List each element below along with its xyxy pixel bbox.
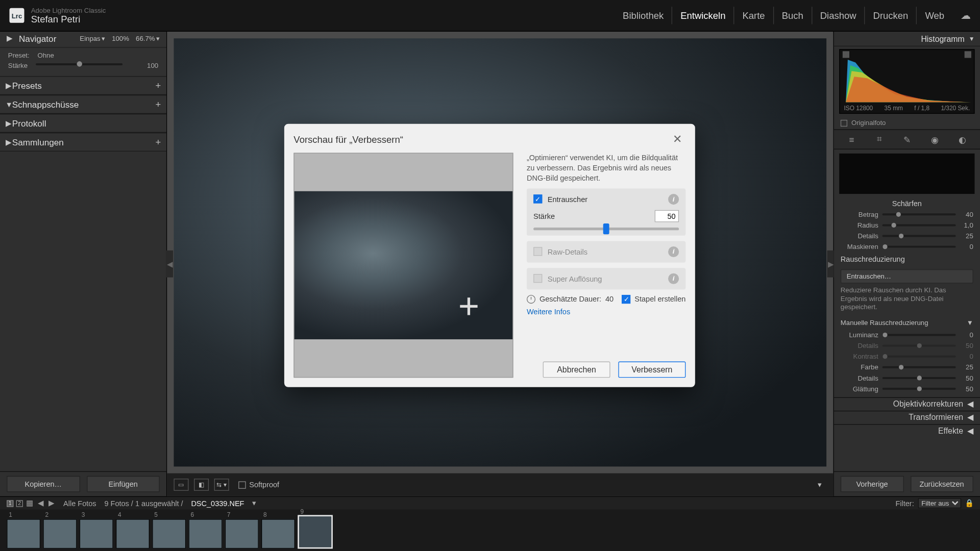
previous-button[interactable]: Vorherige xyxy=(841,476,903,492)
strength-label: Stärke xyxy=(533,212,560,220)
denoise-desc: Reduziere Rauschen durch KI. Das Ergebni… xyxy=(834,286,980,315)
heal-icon[interactable]: ✎ xyxy=(900,133,914,146)
param-value: 50 xyxy=(960,342,973,349)
screen-2-icon[interactable]: 2 xyxy=(16,500,23,507)
zoom-100[interactable]: 100% xyxy=(112,35,129,43)
param-slider[interactable] xyxy=(883,356,956,358)
filmstrip-thumb[interactable]: 9 xyxy=(298,515,333,548)
filmstrip-thumb[interactable]: 5 xyxy=(152,519,186,548)
enhance-button[interactable]: Verbessern xyxy=(618,362,685,378)
preset-value[interactable]: Ohne xyxy=(37,52,54,60)
param-slider[interactable] xyxy=(883,366,956,368)
strength-input[interactable] xyxy=(655,210,679,222)
chevron-down-icon[interactable]: ▼ xyxy=(967,319,973,327)
title-bar: Lrc Adobe Lightroom Classic Stefan Petri… xyxy=(0,0,980,32)
filmstrip-thumb[interactable]: 3 xyxy=(80,519,113,548)
copy-button[interactable]: Kopieren… xyxy=(7,476,80,492)
scope-label[interactable]: Alle Fotos xyxy=(63,499,96,507)
close-icon[interactable]: ✕ xyxy=(670,131,686,147)
panel-effects[interactable]: Effekte◀ xyxy=(834,424,980,437)
original-checkbox[interactable] xyxy=(841,119,847,126)
filmstrip-thumb[interactable]: 1 xyxy=(7,519,40,548)
param-slider[interactable] xyxy=(883,377,956,379)
info-icon[interactable]: i xyxy=(668,246,679,257)
before-after-lr-icon[interactable]: ◧ xyxy=(194,479,209,491)
filter-lock-icon[interactable]: 🔒 xyxy=(965,499,973,507)
info-icon[interactable]: i xyxy=(668,193,679,204)
panel-presets[interactable]: ▶Presets+ xyxy=(0,76,166,95)
zoom-66[interactable]: 66.7% ▾ xyxy=(136,35,160,43)
app-badge: Lrc xyxy=(9,8,24,23)
super-res-checkbox[interactable] xyxy=(533,274,542,283)
screen-1-icon[interactable]: 1 xyxy=(7,500,13,507)
chevron-down-icon[interactable]: ▼ xyxy=(969,35,975,42)
dialog-desc: „Optimieren“ verwendet KI, um die Bildqu… xyxy=(527,153,685,183)
param-slider[interactable] xyxy=(883,213,956,215)
enhance-preview[interactable] xyxy=(293,153,513,378)
reset-button[interactable]: Zurücksetzen xyxy=(910,476,973,492)
stack-checkbox[interactable]: ✓ xyxy=(622,294,630,303)
mask-icon[interactable]: ◐ xyxy=(955,133,969,146)
param-slider[interactable] xyxy=(883,235,956,237)
filmstrip-thumb[interactable]: 7 xyxy=(225,519,259,548)
filmstrip-thumb[interactable]: 4 xyxy=(116,519,150,548)
loupe-view-icon[interactable]: ▭ xyxy=(174,479,188,491)
crop-icon[interactable]: ⌗ xyxy=(873,133,886,146)
nav-fwd-icon[interactable]: ▶ xyxy=(47,499,55,507)
nav-back-icon[interactable]: ◀ xyxy=(36,499,44,507)
panel-snapshots[interactable]: ▼Schnappschüsse+ xyxy=(0,95,166,114)
preset-amount-label: Stärke xyxy=(8,62,28,69)
redeye-icon[interactable]: ◉ xyxy=(928,133,941,146)
before-after-swap-icon[interactable]: ⇆ ▾ xyxy=(214,479,229,491)
cloud-icon[interactable]: ☁ xyxy=(961,9,971,21)
denoise-button[interactable]: Entrauschen… xyxy=(841,269,973,284)
more-info-link[interactable]: Weitere Infos xyxy=(527,307,685,315)
nav-map[interactable]: Karte xyxy=(734,7,774,24)
collapse-left-icon[interactable]: ◀ xyxy=(166,251,173,278)
nav-library[interactable]: Bibliothek xyxy=(615,7,672,24)
chevron-right-icon[interactable]: ▶ xyxy=(7,34,12,43)
raw-details-checkbox xyxy=(533,247,542,256)
current-file: DSC_0339.NEF xyxy=(191,499,244,507)
panel-history[interactable]: ▶Protokoll xyxy=(0,114,166,133)
denoise-checkbox[interactable]: ✓ xyxy=(533,194,542,203)
paste-button[interactable]: Einfügen xyxy=(87,476,160,492)
detail-preview[interactable] xyxy=(839,154,974,194)
filmstrip-thumb[interactable]: 8 xyxy=(261,519,295,548)
clock-icon xyxy=(527,294,535,303)
crosshair-icon xyxy=(460,297,477,315)
nav-slideshow[interactable]: Diashow xyxy=(812,7,865,24)
fit-select[interactable]: Einpas ▾ xyxy=(80,35,105,43)
param-slider[interactable] xyxy=(883,245,956,247)
param-value: 25 xyxy=(960,232,973,240)
param-value: 25 xyxy=(960,364,973,371)
panel-collections[interactable]: ▶Sammlungen+ xyxy=(0,133,166,152)
param-slider[interactable] xyxy=(883,388,956,390)
grid-icon[interactable]: ▦ xyxy=(26,499,34,507)
filter-select[interactable]: Filter aus xyxy=(918,498,961,508)
histogram[interactable]: ISO 12800 35 mm f / 1,8 1/320 Sek. xyxy=(839,49,974,114)
filmstrip-thumb[interactable]: 6 xyxy=(188,519,222,548)
nav-develop[interactable]: Entwickeln xyxy=(672,7,734,24)
nav-print[interactable]: Drucken xyxy=(865,7,917,24)
toolbar-more-icon[interactable]: ▾ xyxy=(813,479,826,491)
cancel-button[interactable]: Abbrechen xyxy=(543,362,610,378)
right-sidebar: Histogramm ▼ ISO 12800 35 mm f / 1,8 1/3… xyxy=(833,32,980,496)
panel-transform[interactable]: Transformieren◀ xyxy=(834,410,980,423)
edit-sliders-icon[interactable]: ≡ xyxy=(845,133,858,146)
param-slider[interactable] xyxy=(883,345,956,347)
file-dropdown-icon[interactable]: ▾ xyxy=(252,499,256,508)
strength-slider[interactable] xyxy=(533,227,679,230)
filmstrip-thumb[interactable]: 2 xyxy=(43,519,77,548)
param-slider[interactable] xyxy=(883,224,956,226)
nav-book[interactable]: Buch xyxy=(774,7,812,24)
softproof-toggle[interactable]: Softproof xyxy=(238,481,279,489)
collapse-right-icon[interactable]: ▶ xyxy=(827,251,834,278)
info-icon[interactable]: i xyxy=(668,273,679,284)
param-label: Luminanz xyxy=(841,331,878,339)
param-slider[interactable] xyxy=(883,334,956,336)
param-value: 50 xyxy=(960,374,973,382)
param-value: 50 xyxy=(960,385,973,393)
panel-lens[interactable]: Objektivkorrekturen◀ xyxy=(834,397,980,410)
nav-web[interactable]: Web xyxy=(917,7,952,24)
